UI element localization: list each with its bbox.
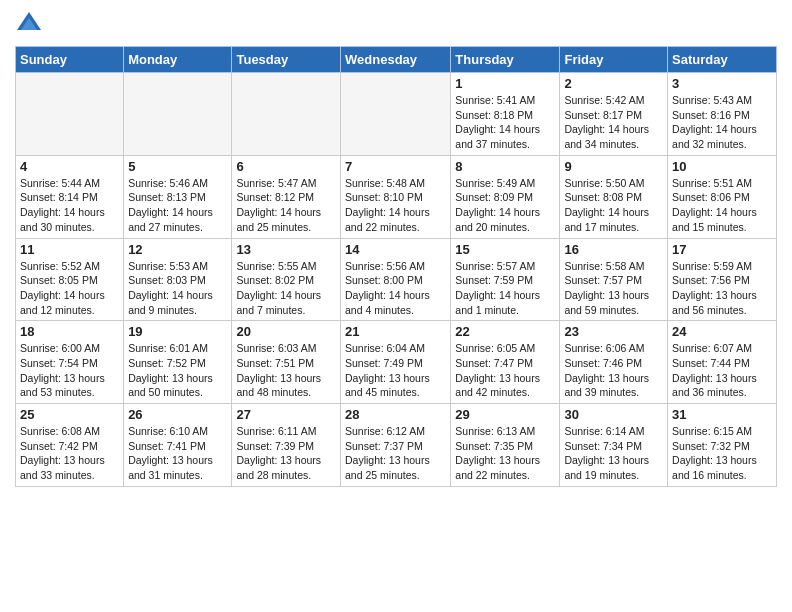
- day-info: Sunrise: 5:44 AM Sunset: 8:14 PM Dayligh…: [20, 176, 119, 235]
- calendar-cell: 10Sunrise: 5:51 AM Sunset: 8:06 PM Dayli…: [668, 155, 777, 238]
- logo: [15, 10, 45, 38]
- day-number: 10: [672, 159, 772, 174]
- day-number: 4: [20, 159, 119, 174]
- calendar-header-row: SundayMondayTuesdayWednesdayThursdayFrid…: [16, 47, 777, 73]
- day-info: Sunrise: 6:12 AM Sunset: 7:37 PM Dayligh…: [345, 424, 446, 483]
- day-info: Sunrise: 6:00 AM Sunset: 7:54 PM Dayligh…: [20, 341, 119, 400]
- day-number: 27: [236, 407, 336, 422]
- day-info: Sunrise: 6:11 AM Sunset: 7:39 PM Dayligh…: [236, 424, 336, 483]
- calendar-cell: 7Sunrise: 5:48 AM Sunset: 8:10 PM Daylig…: [341, 155, 451, 238]
- calendar-cell: 21Sunrise: 6:04 AM Sunset: 7:49 PM Dayli…: [341, 321, 451, 404]
- logo-icon: [15, 10, 43, 38]
- day-number: 9: [564, 159, 663, 174]
- day-number: 23: [564, 324, 663, 339]
- calendar-cell: 15Sunrise: 5:57 AM Sunset: 7:59 PM Dayli…: [451, 238, 560, 321]
- day-number: 1: [455, 76, 555, 91]
- day-info: Sunrise: 6:15 AM Sunset: 7:32 PM Dayligh…: [672, 424, 772, 483]
- day-info: Sunrise: 6:06 AM Sunset: 7:46 PM Dayligh…: [564, 341, 663, 400]
- calendar-cell: 18Sunrise: 6:00 AM Sunset: 7:54 PM Dayli…: [16, 321, 124, 404]
- day-info: Sunrise: 6:07 AM Sunset: 7:44 PM Dayligh…: [672, 341, 772, 400]
- calendar-cell: 19Sunrise: 6:01 AM Sunset: 7:52 PM Dayli…: [124, 321, 232, 404]
- day-info: Sunrise: 6:14 AM Sunset: 7:34 PM Dayligh…: [564, 424, 663, 483]
- calendar-cell: 29Sunrise: 6:13 AM Sunset: 7:35 PM Dayli…: [451, 404, 560, 487]
- calendar-cell: 16Sunrise: 5:58 AM Sunset: 7:57 PM Dayli…: [560, 238, 668, 321]
- day-number: 13: [236, 242, 336, 257]
- day-info: Sunrise: 5:49 AM Sunset: 8:09 PM Dayligh…: [455, 176, 555, 235]
- weekday-header-friday: Friday: [560, 47, 668, 73]
- day-info: Sunrise: 5:50 AM Sunset: 8:08 PM Dayligh…: [564, 176, 663, 235]
- calendar-cell: 27Sunrise: 6:11 AM Sunset: 7:39 PM Dayli…: [232, 404, 341, 487]
- weekday-header-tuesday: Tuesday: [232, 47, 341, 73]
- calendar-cell: [341, 73, 451, 156]
- calendar-cell: 28Sunrise: 6:12 AM Sunset: 7:37 PM Dayli…: [341, 404, 451, 487]
- calendar-week-5: 25Sunrise: 6:08 AM Sunset: 7:42 PM Dayli…: [16, 404, 777, 487]
- day-number: 31: [672, 407, 772, 422]
- calendar-cell: 8Sunrise: 5:49 AM Sunset: 8:09 PM Daylig…: [451, 155, 560, 238]
- calendar-cell: 14Sunrise: 5:56 AM Sunset: 8:00 PM Dayli…: [341, 238, 451, 321]
- day-info: Sunrise: 6:05 AM Sunset: 7:47 PM Dayligh…: [455, 341, 555, 400]
- calendar-cell: 24Sunrise: 6:07 AM Sunset: 7:44 PM Dayli…: [668, 321, 777, 404]
- calendar-cell: 5Sunrise: 5:46 AM Sunset: 8:13 PM Daylig…: [124, 155, 232, 238]
- day-info: Sunrise: 6:04 AM Sunset: 7:49 PM Dayligh…: [345, 341, 446, 400]
- weekday-header-monday: Monday: [124, 47, 232, 73]
- calendar-cell: 26Sunrise: 6:10 AM Sunset: 7:41 PM Dayli…: [124, 404, 232, 487]
- day-number: 18: [20, 324, 119, 339]
- day-number: 11: [20, 242, 119, 257]
- day-number: 30: [564, 407, 663, 422]
- day-info: Sunrise: 5:58 AM Sunset: 7:57 PM Dayligh…: [564, 259, 663, 318]
- day-info: Sunrise: 6:10 AM Sunset: 7:41 PM Dayligh…: [128, 424, 227, 483]
- day-info: Sunrise: 5:53 AM Sunset: 8:03 PM Dayligh…: [128, 259, 227, 318]
- calendar-table: SundayMondayTuesdayWednesdayThursdayFrid…: [15, 46, 777, 487]
- day-number: 22: [455, 324, 555, 339]
- calendar-cell: 25Sunrise: 6:08 AM Sunset: 7:42 PM Dayli…: [16, 404, 124, 487]
- day-info: Sunrise: 5:43 AM Sunset: 8:16 PM Dayligh…: [672, 93, 772, 152]
- calendar-cell: [16, 73, 124, 156]
- day-info: Sunrise: 5:41 AM Sunset: 8:18 PM Dayligh…: [455, 93, 555, 152]
- day-info: Sunrise: 5:59 AM Sunset: 7:56 PM Dayligh…: [672, 259, 772, 318]
- calendar-week-2: 4Sunrise: 5:44 AM Sunset: 8:14 PM Daylig…: [16, 155, 777, 238]
- calendar-cell: 17Sunrise: 5:59 AM Sunset: 7:56 PM Dayli…: [668, 238, 777, 321]
- day-info: Sunrise: 5:52 AM Sunset: 8:05 PM Dayligh…: [20, 259, 119, 318]
- day-info: Sunrise: 5:46 AM Sunset: 8:13 PM Dayligh…: [128, 176, 227, 235]
- day-number: 12: [128, 242, 227, 257]
- day-number: 3: [672, 76, 772, 91]
- calendar-cell: [124, 73, 232, 156]
- weekday-header-saturday: Saturday: [668, 47, 777, 73]
- day-number: 24: [672, 324, 772, 339]
- calendar-body: 1Sunrise: 5:41 AM Sunset: 8:18 PM Daylig…: [16, 73, 777, 487]
- calendar-week-3: 11Sunrise: 5:52 AM Sunset: 8:05 PM Dayli…: [16, 238, 777, 321]
- day-number: 14: [345, 242, 446, 257]
- day-number: 28: [345, 407, 446, 422]
- calendar-cell: 1Sunrise: 5:41 AM Sunset: 8:18 PM Daylig…: [451, 73, 560, 156]
- calendar-cell: 9Sunrise: 5:50 AM Sunset: 8:08 PM Daylig…: [560, 155, 668, 238]
- day-number: 19: [128, 324, 227, 339]
- weekday-header-wednesday: Wednesday: [341, 47, 451, 73]
- day-info: Sunrise: 5:57 AM Sunset: 7:59 PM Dayligh…: [455, 259, 555, 318]
- calendar-week-4: 18Sunrise: 6:00 AM Sunset: 7:54 PM Dayli…: [16, 321, 777, 404]
- calendar-cell: 20Sunrise: 6:03 AM Sunset: 7:51 PM Dayli…: [232, 321, 341, 404]
- day-info: Sunrise: 5:48 AM Sunset: 8:10 PM Dayligh…: [345, 176, 446, 235]
- calendar-cell: 2Sunrise: 5:42 AM Sunset: 8:17 PM Daylig…: [560, 73, 668, 156]
- day-info: Sunrise: 6:08 AM Sunset: 7:42 PM Dayligh…: [20, 424, 119, 483]
- day-number: 21: [345, 324, 446, 339]
- calendar-cell: 11Sunrise: 5:52 AM Sunset: 8:05 PM Dayli…: [16, 238, 124, 321]
- calendar-cell: 6Sunrise: 5:47 AM Sunset: 8:12 PM Daylig…: [232, 155, 341, 238]
- day-number: 2: [564, 76, 663, 91]
- day-number: 5: [128, 159, 227, 174]
- day-number: 16: [564, 242, 663, 257]
- day-number: 17: [672, 242, 772, 257]
- day-info: Sunrise: 5:56 AM Sunset: 8:00 PM Dayligh…: [345, 259, 446, 318]
- day-info: Sunrise: 5:47 AM Sunset: 8:12 PM Dayligh…: [236, 176, 336, 235]
- day-number: 29: [455, 407, 555, 422]
- day-number: 7: [345, 159, 446, 174]
- calendar-cell: 13Sunrise: 5:55 AM Sunset: 8:02 PM Dayli…: [232, 238, 341, 321]
- calendar-cell: 12Sunrise: 5:53 AM Sunset: 8:03 PM Dayli…: [124, 238, 232, 321]
- calendar-week-1: 1Sunrise: 5:41 AM Sunset: 8:18 PM Daylig…: [16, 73, 777, 156]
- day-number: 6: [236, 159, 336, 174]
- day-number: 26: [128, 407, 227, 422]
- calendar-cell: 30Sunrise: 6:14 AM Sunset: 7:34 PM Dayli…: [560, 404, 668, 487]
- day-number: 15: [455, 242, 555, 257]
- day-info: Sunrise: 6:13 AM Sunset: 7:35 PM Dayligh…: [455, 424, 555, 483]
- day-info: Sunrise: 6:03 AM Sunset: 7:51 PM Dayligh…: [236, 341, 336, 400]
- weekday-header-sunday: Sunday: [16, 47, 124, 73]
